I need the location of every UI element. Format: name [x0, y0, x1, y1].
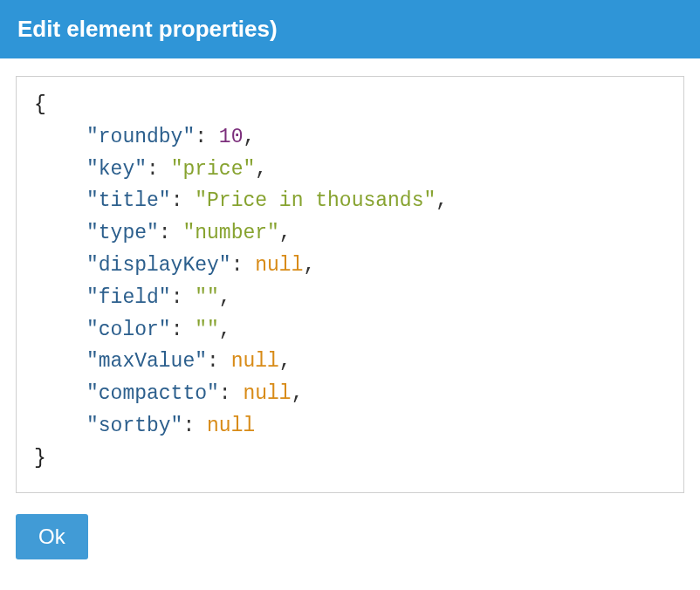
json-colon: : — [171, 189, 196, 212]
json-value: null — [243, 382, 291, 405]
json-comma: , — [279, 222, 292, 244]
json-colon: : — [171, 319, 196, 341]
json-value: null — [207, 415, 255, 437]
json-entry: "compactto": null, — [34, 378, 666, 410]
json-entry: "sortby": null — [34, 410, 666, 442]
json-value: "price" — [171, 158, 256, 181]
ok-button[interactable]: Ok — [16, 514, 88, 559]
json-comma: , — [219, 286, 231, 309]
json-key: "displayKey" — [86, 254, 231, 277]
json-colon: : — [219, 382, 244, 405]
json-entry: "type": "number", — [34, 217, 666, 250]
json-open-brace: { — [34, 93, 46, 116]
json-comma: , — [219, 319, 231, 341]
json-colon: : — [147, 158, 171, 181]
json-editor[interactable]: {"roundby": 10,"key": "price","title": "… — [16, 76, 684, 493]
json-value: null — [231, 350, 279, 373]
json-key: "maxValue" — [86, 350, 207, 373]
json-comma: , — [303, 254, 315, 277]
json-key: "color" — [86, 319, 171, 341]
json-entry: "roundby": 10, — [34, 121, 666, 154]
json-value: "number" — [182, 222, 278, 244]
dialog-title: Edit element properties) — [0, 0, 700, 58]
json-colon: : — [171, 286, 196, 309]
json-key: "field" — [86, 286, 171, 309]
json-comma: , — [292, 382, 304, 405]
json-comma: , — [436, 189, 448, 212]
json-value: "Price in thousands" — [195, 189, 436, 212]
json-key: "sortby" — [86, 415, 182, 437]
edit-properties-dialog: Edit element properties) {"roundby": 10,… — [0, 0, 700, 572]
json-comma: , — [243, 126, 255, 148]
json-entry: "maxValue": null, — [34, 346, 666, 378]
json-close-brace: } — [34, 447, 46, 470]
json-entry: "field": "", — [34, 282, 666, 314]
json-colon: : — [182, 415, 207, 437]
json-key: "title" — [86, 189, 171, 212]
json-colon: : — [207, 350, 231, 373]
json-comma: , — [279, 350, 292, 373]
json-key: "type" — [86, 222, 159, 244]
json-entry: "color": "", — [34, 314, 666, 346]
json-value: "" — [195, 319, 219, 341]
json-entry: "displayKey": null, — [34, 250, 666, 282]
json-colon: : — [159, 222, 183, 244]
json-colon: : — [231, 254, 256, 277]
json-colon: : — [195, 126, 219, 148]
json-entry: "title": "Price in thousands", — [34, 185, 666, 217]
json-value: "" — [195, 286, 219, 309]
json-comma: , — [255, 158, 267, 181]
json-entry: "key": "price", — [34, 154, 666, 186]
json-key: "compactto" — [86, 382, 219, 405]
json-value: 10 — [219, 126, 244, 148]
dialog-buttons: Ok — [0, 502, 700, 572]
json-key: "key" — [86, 158, 147, 181]
json-key: "roundby" — [86, 126, 195, 148]
dialog-body: {"roundby": 10,"key": "price","title": "… — [0, 58, 700, 502]
json-value: null — [255, 254, 303, 277]
